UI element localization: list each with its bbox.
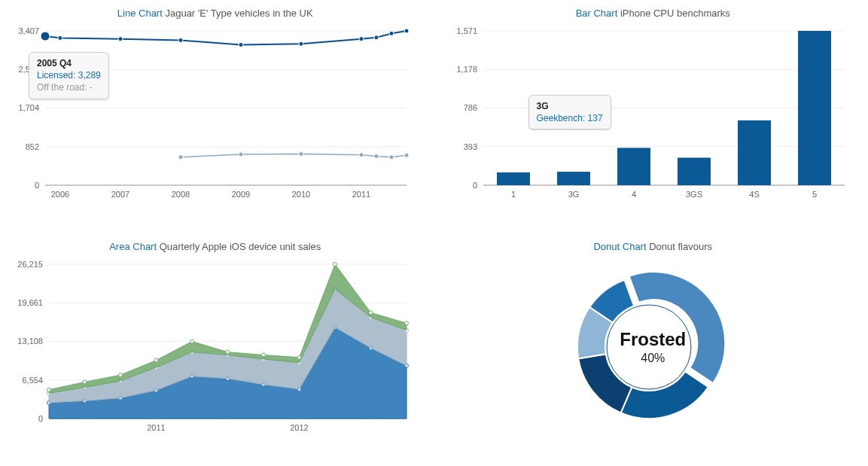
svg-rect-51: [678, 157, 711, 185]
bar-chart-plot[interactable]: 03937861,1781,57113G43GS4S5 3G Geekbench…: [446, 23, 861, 204]
chart-type-label: Area Chart: [109, 241, 157, 252]
svg-point-20: [178, 38, 183, 42]
svg-text:3,407: 3,407: [18, 26, 39, 35]
bar-chart-panel: Bar Chart iPhone CPU benchmarks 03937861…: [446, 8, 861, 226]
area-chart-panel: Area Chart Quarterly Apple iOS device un…: [8, 241, 423, 459]
svg-point-96: [262, 353, 266, 357]
line-chart-tooltip: 2005 Q4 Licensed: 3,289 Off the road: -: [29, 52, 109, 99]
svg-point-21: [239, 42, 243, 47]
svg-text:2006: 2006: [51, 190, 69, 199]
chart-type-label: Donut Chart: [593, 241, 646, 252]
line-chart-panel: Line Chart Jaguar 'E' Type vehicles in t…: [8, 8, 423, 226]
svg-point-24: [374, 35, 379, 40]
svg-text:1,571: 1,571: [456, 26, 477, 35]
svg-point-95: [226, 350, 230, 354]
svg-text:0: 0: [35, 181, 39, 190]
svg-text:1: 1: [510, 190, 515, 199]
tooltip-line2: Off the road: -: [37, 81, 101, 93]
svg-point-27: [178, 155, 183, 160]
donut-center-label: Frosted: [620, 329, 686, 350]
svg-point-18: [58, 35, 62, 40]
svg-rect-47: [557, 172, 590, 185]
svg-text:2011: 2011: [147, 423, 165, 432]
svg-point-19: [118, 37, 123, 41]
svg-point-92: [119, 373, 123, 377]
tooltip-header: 3G: [537, 100, 603, 112]
svg-text:3GS: 3GS: [685, 190, 702, 199]
svg-text:3G: 3G: [568, 190, 579, 199]
svg-text:4S: 4S: [749, 190, 759, 199]
svg-text:2011: 2011: [352, 190, 370, 199]
svg-text:5: 5: [812, 190, 816, 199]
area-chart-plot[interactable]: 06,55413,10819,66126,21520112012: [8, 257, 423, 437]
svg-point-98: [333, 263, 337, 267]
svg-text:393: 393: [463, 142, 477, 151]
svg-text:6,554: 6,554: [22, 376, 43, 385]
svg-point-22: [299, 41, 303, 46]
chart-subtitle: iPhone CPU benchmarks: [620, 8, 730, 19]
bar-chart-title: Bar Chart iPhone CPU benchmarks: [446, 8, 861, 19]
svg-point-32: [389, 155, 394, 160]
donut-center-pct: 40%: [620, 352, 686, 365]
svg-text:4: 4: [631, 190, 635, 199]
chart-subtitle: Donut flavours: [649, 241, 712, 252]
svg-rect-49: [617, 148, 650, 185]
svg-point-30: [359, 153, 364, 157]
chart-subtitle: Quarterly Apple iOS device unit sales: [160, 241, 321, 252]
svg-text:26,215: 26,215: [17, 260, 43, 269]
svg-point-93: [154, 358, 158, 362]
svg-point-25: [389, 31, 394, 35]
svg-rect-53: [738, 120, 771, 185]
chart-type-label: Bar Chart: [576, 8, 618, 19]
svg-point-26: [404, 29, 409, 33]
svg-point-94: [190, 340, 194, 343]
svg-text:786: 786: [463, 103, 477, 112]
svg-text:0: 0: [472, 181, 477, 190]
svg-point-17: [41, 32, 50, 41]
bar-chart-tooltip: 3G Geekbench: 137: [528, 95, 611, 129]
svg-text:1,704: 1,704: [18, 103, 39, 112]
line-chart-plot[interactable]: 08521,7042,5553,407200620072008200920102…: [8, 23, 423, 204]
tooltip-line1: Geekbench: 137: [537, 112, 603, 124]
svg-point-90: [47, 388, 51, 391]
svg-point-28: [239, 152, 243, 157]
svg-rect-45: [497, 172, 530, 185]
svg-text:852: 852: [26, 142, 39, 151]
tooltip-header: 2005 Q4: [37, 57, 101, 69]
svg-text:19,661: 19,661: [17, 298, 43, 307]
svg-point-23: [359, 37, 364, 41]
svg-rect-55: [798, 31, 831, 185]
svg-text:2008: 2008: [172, 190, 190, 199]
svg-text:2012: 2012: [290, 423, 308, 432]
svg-point-97: [297, 355, 301, 359]
svg-point-33: [404, 153, 409, 157]
donut-chart-panel: Donut Chart Donut flavours Frosted 40%: [446, 241, 861, 459]
line-chart-title: Line Chart Jaguar 'E' Type vehicles in t…: [8, 8, 423, 19]
donut-chart-title: Donut Chart Donut flavours: [446, 241, 861, 252]
svg-point-100: [405, 321, 409, 325]
svg-text:2010: 2010: [292, 190, 310, 199]
svg-point-29: [299, 151, 303, 156]
svg-point-31: [374, 154, 379, 158]
donut-center: Frosted 40%: [620, 329, 686, 365]
chart-type-label: Line Chart: [117, 8, 163, 19]
svg-text:2007: 2007: [111, 190, 129, 199]
donut-chart-plot[interactable]: Frosted 40%: [446, 257, 861, 437]
svg-point-91: [83, 380, 87, 384]
chart-subtitle: Jaguar 'E' Type vehicles in the UK: [165, 8, 312, 19]
area-chart-title: Area Chart Quarterly Apple iOS device un…: [8, 241, 423, 252]
svg-text:1,178: 1,178: [456, 65, 477, 74]
svg-text:2009: 2009: [232, 190, 250, 199]
svg-text:0: 0: [38, 414, 43, 423]
svg-point-99: [369, 311, 373, 315]
svg-text:13,108: 13,108: [17, 337, 43, 346]
tooltip-line1: Licensed: 3,289: [37, 69, 101, 81]
